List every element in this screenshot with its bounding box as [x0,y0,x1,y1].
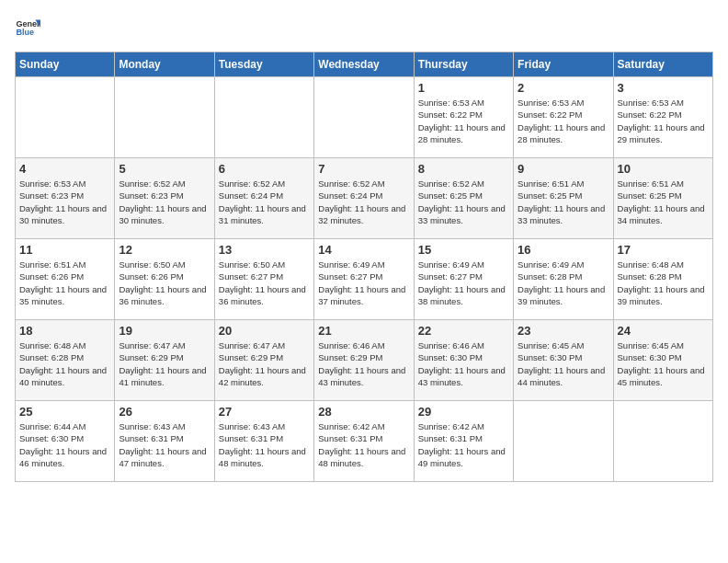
day-number: 21 [318,324,409,338]
day-info: Sunrise: 6:42 AM Sunset: 6:31 PM Dayligh… [418,420,509,469]
svg-text:Blue: Blue [16,28,34,37]
day-info: Sunrise: 6:53 AM Sunset: 6:22 PM Dayligh… [418,97,509,145]
day-number: 18 [19,324,110,338]
calendar-cell: 7Sunrise: 6:52 AM Sunset: 6:24 PM Daylig… [314,158,414,239]
day-info: Sunrise: 6:43 AM Sunset: 6:31 PM Dayligh… [119,420,210,469]
day-number: 28 [318,405,409,419]
calendar-cell: 15Sunrise: 6:49 AM Sunset: 6:27 PM Dayli… [414,239,513,320]
calendar-cell [314,77,414,158]
day-info: Sunrise: 6:48 AM Sunset: 6:28 PM Dayligh… [19,339,110,388]
weekday-header-monday: Monday [115,52,214,77]
calendar-cell [16,77,115,158]
day-number: 15 [418,243,509,257]
day-info: Sunrise: 6:44 AM Sunset: 6:30 PM Dayligh… [19,420,110,469]
day-info: Sunrise: 6:48 AM Sunset: 6:28 PM Dayligh… [618,259,709,307]
week-row-2: 11Sunrise: 6:51 AM Sunset: 6:26 PM Dayli… [16,239,713,320]
day-number: 20 [219,324,310,338]
calendar-cell: 1Sunrise: 6:53 AM Sunset: 6:22 PM Daylig… [414,77,513,158]
day-info: Sunrise: 6:49 AM Sunset: 6:28 PM Dayligh… [518,259,609,307]
day-number: 10 [618,162,709,176]
weekday-header-row: SundayMondayTuesdayWednesdayThursdayFrid… [16,52,713,77]
day-number: 17 [618,243,709,257]
calendar-cell: 2Sunrise: 6:53 AM Sunset: 6:22 PM Daylig… [514,77,613,158]
day-info: Sunrise: 6:49 AM Sunset: 6:27 PM Dayligh… [418,259,509,307]
calendar-cell: 24Sunrise: 6:45 AM Sunset: 6:30 PM Dayli… [613,320,712,401]
calendar-cell [115,77,214,158]
calendar-cell: 16Sunrise: 6:49 AM Sunset: 6:28 PM Dayli… [514,239,613,320]
calendar-cell: 17Sunrise: 6:48 AM Sunset: 6:28 PM Dayli… [613,239,712,320]
header: General Blue [15,15,713,40]
day-info: Sunrise: 6:52 AM Sunset: 6:25 PM Dayligh… [418,178,509,226]
day-info: Sunrise: 6:51 AM Sunset: 6:25 PM Dayligh… [518,178,609,226]
day-info: Sunrise: 6:51 AM Sunset: 6:26 PM Dayligh… [19,259,110,307]
day-number: 9 [518,162,609,176]
day-info: Sunrise: 6:43 AM Sunset: 6:31 PM Dayligh… [219,420,310,469]
day-info: Sunrise: 6:46 AM Sunset: 6:29 PM Dayligh… [318,339,409,388]
calendar-cell: 18Sunrise: 6:48 AM Sunset: 6:28 PM Dayli… [16,320,115,401]
day-info: Sunrise: 6:51 AM Sunset: 6:25 PM Dayligh… [618,178,709,226]
day-info: Sunrise: 6:50 AM Sunset: 6:27 PM Dayligh… [219,259,310,307]
logo: General Blue [15,15,40,40]
weekday-header-sunday: Sunday [16,52,115,77]
day-number: 26 [119,405,210,419]
week-row-0: 1Sunrise: 6:53 AM Sunset: 6:22 PM Daylig… [16,77,713,158]
calendar-cell: 22Sunrise: 6:46 AM Sunset: 6:30 PM Dayli… [414,320,513,401]
calendar-cell: 9Sunrise: 6:51 AM Sunset: 6:25 PM Daylig… [514,158,613,239]
calendar-cell: 5Sunrise: 6:52 AM Sunset: 6:23 PM Daylig… [115,158,214,239]
day-number: 1 [418,81,509,95]
week-row-4: 25Sunrise: 6:44 AM Sunset: 6:30 PM Dayli… [16,401,713,482]
day-info: Sunrise: 6:45 AM Sunset: 6:30 PM Dayligh… [618,339,709,388]
weekday-header-thursday: Thursday [414,52,513,77]
calendar-cell: 3Sunrise: 6:53 AM Sunset: 6:22 PM Daylig… [613,77,712,158]
day-info: Sunrise: 6:50 AM Sunset: 6:26 PM Dayligh… [119,259,210,307]
day-number: 6 [219,162,310,176]
calendar-cell: 8Sunrise: 6:52 AM Sunset: 6:25 PM Daylig… [414,158,513,239]
day-info: Sunrise: 6:45 AM Sunset: 6:30 PM Dayligh… [518,339,609,388]
week-row-3: 18Sunrise: 6:48 AM Sunset: 6:28 PM Dayli… [16,320,713,401]
calendar-cell: 4Sunrise: 6:53 AM Sunset: 6:23 PM Daylig… [16,158,115,239]
day-number: 19 [119,324,210,338]
day-info: Sunrise: 6:42 AM Sunset: 6:31 PM Dayligh… [318,420,409,469]
day-info: Sunrise: 6:49 AM Sunset: 6:27 PM Dayligh… [318,259,409,307]
day-number: 8 [418,162,509,176]
calendar-cell [514,401,613,482]
day-number: 11 [19,243,110,257]
calendar-cell: 19Sunrise: 6:47 AM Sunset: 6:29 PM Dayli… [115,320,214,401]
calendar-cell: 23Sunrise: 6:45 AM Sunset: 6:30 PM Dayli… [514,320,613,401]
day-number: 24 [618,324,709,338]
calendar-cell: 13Sunrise: 6:50 AM Sunset: 6:27 PM Dayli… [214,239,313,320]
calendar-cell: 29Sunrise: 6:42 AM Sunset: 6:31 PM Dayli… [414,401,513,482]
day-number: 13 [219,243,310,257]
week-row-1: 4Sunrise: 6:53 AM Sunset: 6:23 PM Daylig… [16,158,713,239]
day-number: 29 [418,405,509,419]
weekday-header-saturday: Saturday [613,52,712,77]
calendar-cell [613,401,712,482]
calendar-cell: 6Sunrise: 6:52 AM Sunset: 6:24 PM Daylig… [214,158,313,239]
calendar-cell: 10Sunrise: 6:51 AM Sunset: 6:25 PM Dayli… [613,158,712,239]
day-info: Sunrise: 6:53 AM Sunset: 6:22 PM Dayligh… [618,97,709,145]
day-info: Sunrise: 6:47 AM Sunset: 6:29 PM Dayligh… [119,339,210,388]
day-info: Sunrise: 6:47 AM Sunset: 6:29 PM Dayligh… [219,339,310,388]
day-info: Sunrise: 6:52 AM Sunset: 6:23 PM Dayligh… [119,178,210,226]
day-number: 7 [318,162,409,176]
calendar-cell: 20Sunrise: 6:47 AM Sunset: 6:29 PM Dayli… [214,320,313,401]
day-number: 14 [318,243,409,257]
day-number: 16 [518,243,609,257]
day-number: 3 [618,81,709,95]
calendar-cell: 28Sunrise: 6:42 AM Sunset: 6:31 PM Dayli… [314,401,414,482]
weekday-header-tuesday: Tuesday [214,52,313,77]
logo-icon: General Blue [15,15,40,40]
calendar-cell: 14Sunrise: 6:49 AM Sunset: 6:27 PM Dayli… [314,239,414,320]
day-number: 27 [219,405,310,419]
weekday-header-wednesday: Wednesday [314,52,414,77]
day-info: Sunrise: 6:46 AM Sunset: 6:30 PM Dayligh… [418,339,509,388]
calendar-cell: 26Sunrise: 6:43 AM Sunset: 6:31 PM Dayli… [115,401,214,482]
day-info: Sunrise: 6:53 AM Sunset: 6:23 PM Dayligh… [19,178,110,226]
weekday-header-friday: Friday [514,52,613,77]
calendar-cell [214,77,313,158]
day-number: 5 [119,162,210,176]
day-info: Sunrise: 6:53 AM Sunset: 6:22 PM Dayligh… [518,97,609,145]
day-number: 12 [119,243,210,257]
day-number: 4 [19,162,110,176]
calendar-table: SundayMondayTuesdayWednesdayThursdayFrid… [15,52,713,482]
